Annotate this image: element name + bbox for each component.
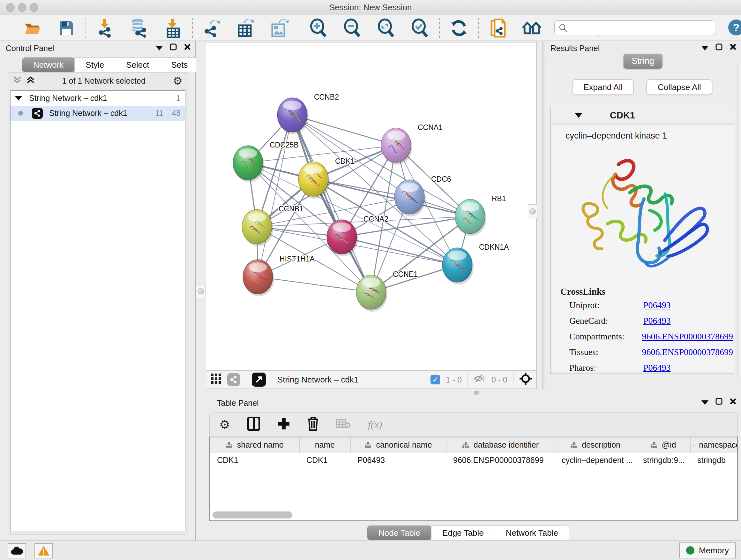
- network-graph[interactable]: CCNB2CCNA1CDC25BCDK1CDC6RB1CCNB1CCNA2CDK…: [206, 43, 536, 370]
- panel-close-icon[interactable]: [184, 44, 191, 52]
- cloud-status-button[interactable]: [8, 543, 26, 558]
- network-node-CCNA1[interactable]: CCNA1: [381, 123, 443, 163]
- expand-all-button[interactable]: Expand All: [572, 79, 634, 95]
- tab-style[interactable]: Style: [74, 57, 115, 72]
- string-home-button[interactable]: [522, 18, 541, 38]
- column-header-description[interactable]: description: [555, 437, 636, 453]
- results-panel-divider[interactable]: [542, 41, 544, 392]
- panel-float-icon[interactable]: [170, 44, 177, 52]
- network-node-CCNE1[interactable]: CCNE1: [356, 270, 418, 309]
- add-column-icon[interactable]: [277, 417, 290, 432]
- crosslinks-list: Uniprot:P06493GeneCard:P06493Compartment…: [569, 300, 733, 373]
- tab-network-table[interactable]: Network Table: [495, 525, 569, 540]
- open-session-button[interactable]: [23, 18, 42, 38]
- crosslink-link[interactable]: 9606.ENSP00000378699: [642, 347, 733, 357]
- network-canvas[interactable]: CCNB2CCNA1CDC25BCDK1CDC6RB1CCNB1CCNA2CDK…: [206, 42, 537, 389]
- tab-network[interactable]: Network: [22, 57, 75, 72]
- collapse-all-button[interactable]: Collapse All: [647, 79, 712, 95]
- function-builder-icon[interactable]: f(x): [368, 419, 382, 431]
- protein-structure-image: [567, 144, 718, 285]
- search-input[interactable]: [567, 21, 715, 34]
- tab-node-table[interactable]: Node Table: [367, 525, 431, 540]
- table-settings-gear-icon[interactable]: ⚙: [219, 418, 230, 432]
- tab-select[interactable]: Select: [115, 57, 160, 72]
- import-network-database-button[interactable]: [130, 18, 149, 38]
- detach-view-icon[interactable]: [252, 373, 266, 387]
- gene-section-header[interactable]: CDK1: [550, 107, 734, 124]
- import-table-file-button[interactable]: [163, 18, 183, 38]
- panel-menu-icon[interactable]: [701, 44, 709, 52]
- column-header-shared-name[interactable]: shared name: [210, 437, 299, 453]
- panel-menu-icon[interactable]: [701, 398, 709, 407]
- zoom-in-button[interactable]: [309, 18, 328, 38]
- refresh-layout-button[interactable]: [449, 18, 468, 38]
- column-header-namespace[interactable]: namespace: [690, 437, 738, 453]
- node-attribute-icon: [462, 442, 469, 448]
- network-status-dot: [18, 111, 23, 116]
- string-protein-query-button[interactable]: [488, 18, 508, 38]
- column-header-@id[interactable]: @id: [636, 437, 690, 453]
- export-table-button[interactable]: [236, 18, 255, 38]
- network-node-CDKN1A[interactable]: CDKN1A: [442, 243, 509, 282]
- help-button[interactable]: ?: [728, 19, 741, 36]
- fit-selected-crosshair-icon[interactable]: [519, 372, 532, 387]
- tab-string[interactable]: String: [623, 54, 663, 69]
- panel-float-icon[interactable]: [716, 398, 723, 407]
- collapse-all-icon[interactable]: [13, 76, 21, 86]
- panel-close-icon[interactable]: [730, 44, 737, 52]
- export-image-button[interactable]: [270, 18, 289, 38]
- crosslink-link[interactable]: P06493: [643, 300, 671, 310]
- network-node-RB1[interactable]: RB1: [455, 194, 506, 234]
- node-label-HIST1H1A: HIST1H1A: [280, 255, 315, 263]
- tab-sets[interactable]: Sets: [160, 57, 199, 72]
- import-network-file-button[interactable]: [96, 18, 115, 38]
- panel-menu-icon[interactable]: [156, 44, 163, 52]
- panel-float-icon[interactable]: [716, 44, 723, 52]
- network-collection-row[interactable]: String Network – cdk1 1: [10, 91, 185, 106]
- export-network-button[interactable]: [202, 18, 221, 38]
- birdseye-grid-icon[interactable]: [211, 373, 221, 386]
- right-splitter-handle[interactable]: [528, 204, 537, 219]
- save-session-button[interactable]: [57, 18, 76, 38]
- column-header-database-identifier[interactable]: database identifier: [446, 437, 555, 453]
- delete-column-icon[interactable]: [307, 417, 319, 433]
- column-header-canonical-name[interactable]: canonical name: [350, 437, 446, 453]
- crosslink-row: Pharos:P06493: [569, 363, 733, 373]
- table-panel-splitter[interactable]: [196, 390, 741, 395]
- zoom-fit-button[interactable]: [377, 18, 396, 38]
- network-node-HIST1H1A[interactable]: HIST1H1A: [243, 255, 315, 294]
- warning-status-button[interactable]: [35, 543, 53, 558]
- network-node-CCNB1[interactable]: CCNB1: [242, 205, 304, 244]
- section-collapse-icon[interactable]: [575, 113, 583, 118]
- delete-table-icon[interactable]: [336, 418, 351, 431]
- memory-button[interactable]: Memory: [679, 543, 736, 558]
- left-splitter-handle[interactable]: [196, 284, 205, 298]
- zoom-out-button[interactable]: [343, 18, 362, 38]
- crosslink-link[interactable]: 9606.ENSP00000378699: [642, 331, 733, 341]
- control-panel-title: Control Panel: [6, 44, 54, 53]
- share-view-icon[interactable]: [227, 373, 240, 386]
- network-row-selected[interactable]: String Network – cdk1 11 48: [10, 106, 185, 121]
- table-header-row: shared namenamecanonical namedatabase id…: [210, 437, 738, 453]
- node-attribute-icon: [693, 442, 695, 448]
- zoom-selected-button[interactable]: [410, 18, 429, 38]
- expand-all-icon[interactable]: [26, 76, 35, 86]
- collection-expand-icon[interactable]: [15, 96, 22, 101]
- show-columns-icon[interactable]: [247, 417, 260, 433]
- collection-label: String Network – cdk1: [29, 94, 168, 103]
- gene-section: CDK1 cyclin–dependent kinase 1 CrossLink…: [550, 107, 734, 374]
- crosslink-link[interactable]: P06493: [643, 363, 671, 373]
- hidden-eye-slash-icon[interactable]: [474, 373, 486, 386]
- tab-edge-table[interactable]: Edge Table: [431, 525, 495, 540]
- table-row[interactable]: CDK1CDK1P064939606.ENSP00000378699cyclin…: [210, 453, 738, 468]
- warning-icon: [38, 545, 50, 556]
- panel-close-icon[interactable]: [730, 398, 737, 407]
- network-list: String Network – cdk1 1 String Network –…: [10, 90, 185, 532]
- column-header-name[interactable]: name: [299, 437, 350, 453]
- network-options-gear-icon[interactable]: ⚙: [173, 74, 183, 87]
- selected-checkbox-icon[interactable]: ✓: [430, 375, 440, 384]
- horizontal-scrollbar[interactable]: [212, 511, 292, 518]
- table-tabs: Node Table Edge Table Network Table: [196, 525, 741, 540]
- crosslink-link[interactable]: P06493: [643, 316, 671, 326]
- gene-name: CDK1: [610, 110, 635, 121]
